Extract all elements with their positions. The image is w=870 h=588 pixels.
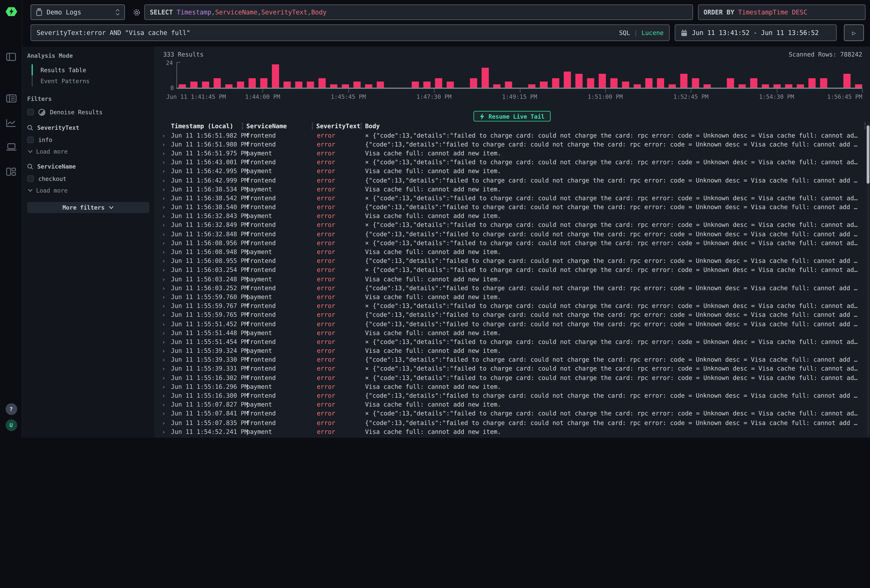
table-row[interactable]: › Jun 11 1:56:32.848 PM frontend error {… [161, 230, 870, 239]
column-resize-handle[interactable] [312, 123, 313, 129]
query-select-bar[interactable]: SELECT Timestamp, ServiceName, SeverityT… [144, 4, 693, 20]
table-row[interactable]: › Jun 11 1:56:42.995 PM payment error Vi… [161, 167, 870, 176]
histogram-bar[interactable] [377, 81, 384, 88]
histogram-bar[interactable] [820, 78, 827, 88]
histogram-bar[interactable] [505, 81, 512, 88]
row-expander-icon[interactable]: › [161, 330, 169, 336]
load-more-servicename[interactable]: Load more [28, 186, 149, 194]
sidebar-item-dashboards[interactable] [0, 168, 22, 176]
table-row[interactable]: › Jun 11 1:54:52.241 PM payment error Vi… [161, 427, 870, 436]
table-row[interactable]: › Jun 11 1:56:32.849 PM frontend error ×… [161, 221, 870, 230]
row-expander-icon[interactable]: › [161, 294, 169, 300]
table-row[interactable]: › Jun 11 1:55:16.302 PM frontend error ×… [161, 373, 870, 383]
histogram-bar[interactable] [808, 78, 816, 88]
histogram-bar[interactable] [225, 84, 232, 88]
row-expander-icon[interactable]: › [161, 249, 169, 255]
histogram-bar[interactable] [412, 81, 419, 88]
histogram-bar[interactable] [843, 74, 851, 88]
row-expander-icon[interactable]: › [161, 195, 169, 201]
histogram-bar[interactable] [587, 78, 594, 88]
histogram-bar[interactable] [249, 78, 256, 88]
histogram-bar[interactable] [179, 84, 186, 88]
histogram-bar[interactable] [668, 84, 676, 88]
histogram-bar[interactable] [202, 81, 209, 88]
table-row[interactable]: › Jun 11 1:56:32.843 PM payment error Vi… [161, 212, 870, 221]
histogram-bar[interactable] [610, 78, 617, 88]
checkout-checkbox[interactable] [27, 176, 34, 182]
row-expander-icon[interactable]: › [161, 186, 169, 192]
table-row[interactable]: › Jun 11 1:55:07.827 PM payment error Vi… [161, 400, 870, 409]
histogram-bar[interactable] [330, 84, 338, 88]
histogram-bar[interactable] [284, 81, 291, 88]
row-expander-icon[interactable]: › [161, 357, 169, 363]
sidebar-item-hosts[interactable] [0, 143, 22, 151]
time-range-picker[interactable]: Jun 11 13:41:52 - Jun 11 13:56:52 [675, 24, 837, 41]
row-expander-icon[interactable]: › [161, 258, 169, 264]
histogram-bar[interactable] [738, 84, 746, 88]
histogram-bar[interactable] [342, 84, 349, 88]
histogram-bar[interactable] [307, 81, 314, 88]
table-row[interactable]: › Jun 11 1:56:03.254 PM frontend error ×… [161, 266, 870, 275]
table-row[interactable]: › Jun 11 1:56:08.955 PM frontend error {… [161, 257, 870, 266]
row-expander-icon[interactable]: › [161, 204, 169, 210]
histogram-bar[interactable] [423, 81, 431, 88]
table-row[interactable]: › Jun 11 1:55:16.300 PM frontend error {… [161, 391, 870, 400]
histogram-bar[interactable] [190, 81, 198, 88]
row-expander-icon[interactable]: › [161, 375, 169, 381]
table-row[interactable]: › Jun 11 1:55:39.324 PM payment error Vi… [161, 346, 870, 356]
histogram-bar[interactable] [353, 81, 361, 88]
histogram-bar[interactable] [773, 84, 781, 88]
histogram-bar[interactable] [645, 78, 652, 88]
row-expander-icon[interactable]: › [161, 141, 169, 147]
histogram-bar[interactable] [750, 78, 757, 88]
histogram-bar[interactable] [785, 84, 793, 88]
sidebar-item-panel[interactable] [0, 53, 22, 61]
histogram-bar[interactable] [365, 84, 372, 88]
column-resize-handle[interactable] [242, 123, 243, 129]
row-expander-icon[interactable]: › [161, 159, 169, 165]
row-expander-icon[interactable]: › [161, 384, 169, 390]
histogram-bar[interactable] [552, 78, 559, 88]
histogram-bar[interactable] [761, 84, 769, 88]
table-row[interactable]: › Jun 11 1:56:03.252 PM frontend error {… [161, 284, 870, 293]
histogram-bar[interactable] [260, 78, 268, 88]
row-expander-icon[interactable]: › [161, 267, 169, 273]
table-row[interactable]: › Jun 11 1:55:59.760 PM payment error Vi… [161, 293, 870, 302]
table-row[interactable]: › Jun 11 1:55:07.835 PM frontend error {… [161, 418, 870, 427]
row-expander-icon[interactable]: › [161, 177, 169, 183]
denoise-checkbox[interactable] [27, 109, 34, 115]
histogram-bar[interactable] [470, 78, 477, 88]
row-expander-icon[interactable]: › [161, 420, 169, 426]
user-avatar[interactable]: U [0, 420, 22, 431]
histogram-bar[interactable] [295, 81, 302, 88]
histogram-bar[interactable] [319, 78, 326, 88]
row-expander-icon[interactable]: › [161, 231, 169, 237]
histogram-bar[interactable] [727, 78, 734, 88]
mode-sql-button[interactable]: SQL [619, 29, 630, 36]
scrollbar-thumb[interactable] [867, 125, 870, 184]
histogram-bar[interactable] [575, 74, 582, 88]
row-expander-icon[interactable]: › [161, 312, 169, 318]
row-expander-icon[interactable]: › [161, 321, 169, 327]
table-row[interactable]: › Jun 11 1:56:08.956 PM frontend error ×… [161, 239, 870, 248]
row-expander-icon[interactable]: › [161, 240, 169, 246]
order-by-bar[interactable]: ORDER BY TimestampTime DESC [698, 4, 866, 20]
histogram-bar[interactable] [482, 67, 489, 88]
info-checkbox[interactable] [27, 136, 34, 143]
table-row[interactable]: › Jun 11 1:55:39.330 PM frontend error {… [161, 356, 870, 365]
histogram-bar[interactable] [633, 84, 641, 88]
histogram-bar[interactable] [529, 84, 536, 88]
table-scrollbar[interactable] [867, 123, 870, 437]
table-row[interactable]: › Jun 11 1:55:59.767 PM frontend error ×… [161, 301, 870, 311]
table-row[interactable]: › Jun 11 1:56:43.001 PM frontend error ×… [161, 158, 870, 167]
histogram-bar[interactable] [540, 81, 547, 88]
row-expander-icon[interactable]: › [161, 303, 169, 309]
source-selector[interactable]: Demo Logs [30, 4, 125, 20]
row-expander-icon[interactable]: › [161, 429, 169, 435]
resume-live-tail-button[interactable]: Resume Live Tail [474, 111, 551, 122]
help-button[interactable]: ? [0, 403, 22, 415]
table-row[interactable]: › Jun 11 1:55:39.331 PM frontend error ×… [161, 365, 870, 374]
histogram-bar[interactable] [272, 64, 279, 88]
table-row[interactable]: › Jun 11 1:56:38.540 PM frontend error {… [161, 202, 870, 212]
row-expander-icon[interactable]: › [161, 402, 169, 408]
